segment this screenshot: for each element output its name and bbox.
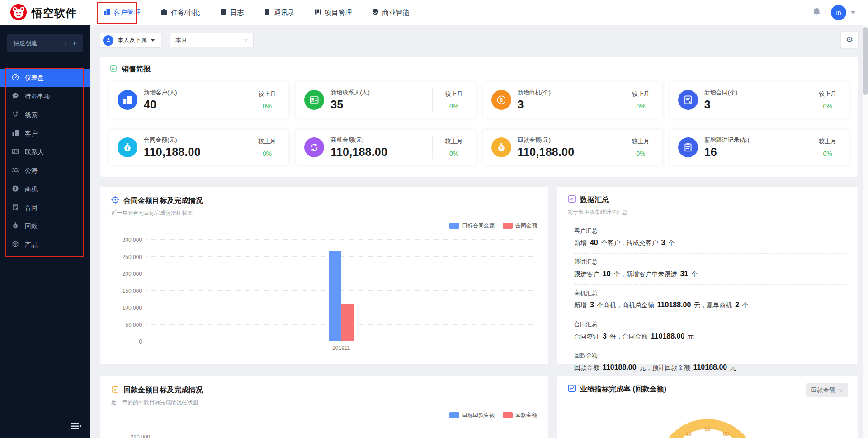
sidebar-item-receivables[interactable]: ¥ 回款 bbox=[0, 217, 90, 235]
bell-icon[interactable] bbox=[812, 7, 821, 18]
sales-brief-panel: 销售简报 新增客户(人) 40 较上月 0% bbox=[100, 57, 858, 177]
scrollbar-thumb[interactable] bbox=[863, 27, 868, 95]
compare-label: 较上月 bbox=[245, 90, 288, 98]
line-chart-icon bbox=[568, 195, 576, 205]
summary-group-followups: 跟进汇总 跟进客户 10 个，新增客户中未跟进 31 个 bbox=[574, 254, 847, 285]
card-value: 110,188.00 bbox=[330, 146, 432, 159]
plus-icon[interactable]: + bbox=[72, 39, 77, 48]
sidebar-item-products[interactable]: 产品 bbox=[0, 235, 90, 254]
sidebar-item-leads[interactable]: 线索 bbox=[0, 106, 90, 124]
card-label: 新增客户(人) bbox=[144, 89, 245, 97]
caret-down-icon bbox=[151, 39, 155, 42]
compare-label: 较上月 bbox=[433, 90, 476, 98]
clipboard-icon bbox=[678, 137, 698, 157]
section-title: 销售简报 bbox=[122, 65, 151, 74]
summary-group-title: 合同汇总 bbox=[574, 320, 847, 329]
summary-group-opportunities: 商机汇总 新增 3 个商机，商机总金额 110188.00 元，赢单商机 2 个 bbox=[574, 285, 847, 316]
brief-cards: 新增客户(人) 40 较上月 0% 新增联系人(人) 35 较上月 bbox=[109, 82, 849, 165]
svg-text:$: $ bbox=[500, 97, 502, 103]
legend-target-receivable[interactable]: 目标回款金额 bbox=[449, 411, 495, 419]
bar-group bbox=[329, 240, 354, 341]
legend-contract[interactable]: 合同金额 bbox=[503, 222, 537, 230]
sidebar-item-todos[interactable]: 待办事项 bbox=[0, 87, 90, 106]
sidebar-item-label: 合同 bbox=[25, 204, 38, 212]
bar-chart-plot: 050,000100,000150,000200,000250,000300,0… bbox=[147, 240, 533, 341]
topbar-right: in bbox=[812, 0, 855, 25]
legend-swatch bbox=[449, 412, 459, 418]
card-new-customers[interactable]: 新增客户(人) 40 较上月 0% bbox=[109, 82, 288, 118]
nav-log[interactable]: 日志 bbox=[220, 9, 244, 17]
sidebar-menu: 仪表盘 待办事项 线索 客户 联系人 公海 $ 商机 合同 bbox=[0, 69, 90, 254]
app-logo[interactable]: 悟空软件 bbox=[10, 4, 77, 23]
nav-project-management[interactable]: 项目管理 bbox=[314, 9, 352, 17]
money-bag-icon: ¥ bbox=[118, 137, 137, 157]
legend-swatch bbox=[503, 412, 513, 418]
card-new-contracts[interactable]: 新增合同(个) 3 较上月 0% bbox=[670, 82, 849, 118]
contract-target-chart-panel: 合同金额目标及完成情况 近一年的合同目标完成情况柱状图 目标合同金额 合同金额 … bbox=[100, 187, 548, 364]
filter-row: 本人及下属 本月 ∨ ⚙ bbox=[100, 32, 858, 48]
y-tick-label: 250,000 bbox=[106, 254, 142, 260]
topbar: 悟空软件 客户管理 任务/审批 日志 通讯录 bbox=[0, 0, 868, 25]
nav-label: 任务/审批 bbox=[171, 9, 200, 17]
period-select[interactable]: 本月 ∨ bbox=[170, 33, 254, 47]
sidebar-item-dashboard[interactable]: 仪表盘 bbox=[0, 69, 90, 87]
chat-bubble-icon bbox=[12, 92, 19, 101]
avatar[interactable]: in bbox=[831, 5, 846, 20]
legend-label: 合同金额 bbox=[515, 222, 537, 230]
card-label: 新增合同(个) bbox=[704, 89, 806, 97]
sidebar-item-label: 待办事项 bbox=[25, 93, 50, 101]
compare-label: 较上月 bbox=[245, 137, 288, 146]
y-tick-label: 0 bbox=[106, 339, 142, 345]
svg-text:¥: ¥ bbox=[500, 146, 503, 151]
nav-contacts[interactable]: 通讯录 bbox=[264, 9, 294, 17]
change-value: 0% bbox=[245, 150, 288, 157]
cube-icon bbox=[12, 240, 19, 249]
summary-group-body: 合同签订 3 份，合同金额 110188.00 元 bbox=[574, 332, 847, 341]
card-opportunity-amount[interactable]: 商机金额(元) 110,188.00 较上月 0% bbox=[296, 130, 475, 165]
bar-合同金额[interactable] bbox=[341, 304, 354, 341]
legend-receivable[interactable]: 回款金额 bbox=[503, 411, 537, 419]
card-receivable-amount[interactable]: ¥ 回款金额(元) 110,188.00 较上月 0% bbox=[483, 130, 662, 165]
card-label: 商机金额(元) bbox=[330, 136, 432, 144]
check-badge-icon bbox=[372, 9, 379, 17]
dashboard-settings-button[interactable]: ⚙ bbox=[841, 32, 858, 48]
kanban-icon bbox=[314, 9, 321, 17]
vertical-scrollbar[interactable] bbox=[863, 25, 868, 438]
nav-customer-management[interactable]: 客户管理 bbox=[103, 9, 141, 17]
sidebar-collapse-icon[interactable] bbox=[71, 422, 81, 432]
card-new-contacts[interactable]: 新增联系人(人) 35 较上月 0% bbox=[296, 82, 475, 118]
sidebar-item-customers[interactable]: 客户 bbox=[0, 124, 90, 143]
card-new-opportunities[interactable]: $ 新增商机(个) 3 较上月 0% bbox=[483, 82, 662, 118]
sidebar-item-contracts[interactable]: 合同 bbox=[0, 198, 90, 217]
contact-card-icon bbox=[304, 90, 324, 110]
divider: | bbox=[65, 40, 66, 47]
legend-target-contract[interactable]: 目标合同金额 bbox=[449, 222, 495, 230]
nav-business-intelligence[interactable]: 商业智能 bbox=[372, 9, 409, 17]
bar-目标合同金额[interactable] bbox=[329, 251, 341, 341]
compare-label: 较上月 bbox=[433, 137, 476, 146]
period-select-value: 本月 bbox=[175, 36, 243, 44]
section-subtitle: 对于数据收集统计的汇总 bbox=[568, 208, 847, 216]
sidebar-item-contacts[interactable]: 联系人 bbox=[0, 143, 90, 161]
nav-tasks-approvals[interactable]: 任务/审批 bbox=[160, 9, 200, 17]
sidebar-item-opportunities[interactable]: $ 商机 bbox=[0, 180, 90, 198]
change-value: 0% bbox=[433, 103, 476, 110]
card-new-followups[interactable]: 新增跟进记录(条) 16 较上月 0% bbox=[670, 130, 849, 165]
card-contract-amount[interactable]: ¥ 合同金额(元) 110,188.00 较上月 0% bbox=[109, 130, 288, 165]
sidebar-item-public-sea[interactable]: 公海 bbox=[0, 161, 90, 180]
scope-filter-button[interactable]: 本人及下属 bbox=[100, 33, 161, 47]
building-icon bbox=[118, 90, 137, 110]
card-value: 3 bbox=[704, 98, 806, 111]
gauge-tick-40: 40 bbox=[685, 431, 692, 437]
compare-label: 较上月 bbox=[619, 90, 662, 98]
legend-label: 目标回款金额 bbox=[462, 411, 495, 419]
user-menu[interactable]: in bbox=[831, 5, 855, 20]
card-label: 合同金额(元) bbox=[144, 136, 245, 144]
summary-group-customers: 客户汇总 新增 40 个客户，转成交客户 3 个 bbox=[574, 222, 847, 254]
gauge-icon bbox=[12, 74, 19, 82]
chart-title: 回款金额目标及完成情况 bbox=[123, 386, 203, 395]
dollar-circle-icon: $ bbox=[12, 185, 19, 193]
summary-group-body: 新增 40 个客户，转成交客户 3 个 bbox=[574, 239, 847, 247]
quick-create-button[interactable]: 快速创建 | + bbox=[7, 34, 83, 52]
sidebar-item-label: 商机 bbox=[25, 185, 38, 193]
